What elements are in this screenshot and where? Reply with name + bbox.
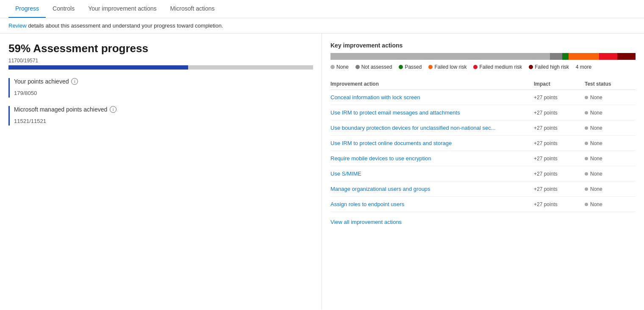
legend-label: Not assessed [361, 64, 392, 70]
bar-seg-none [330, 53, 550, 60]
table-row: Assign roles to endpoint users+27 points… [330, 197, 636, 212]
points-label: 11700/19571 [8, 58, 313, 64]
status-dot [585, 172, 588, 176]
key-title: Key improvement actions [330, 42, 636, 49]
status-dot [585, 187, 588, 191]
status-text: None [590, 156, 602, 162]
legend-label: Failed medium risk [479, 64, 522, 70]
bar-seg-failed-low-risk [569, 53, 599, 60]
legend-item-failed-low-risk: Failed low risk [428, 64, 466, 70]
tab-microsoft-actions[interactable]: Microsoft actions [164, 0, 222, 18]
action-impact-3: +27 points [534, 140, 585, 146]
table-row: Use S/MIME+27 pointsNone [330, 166, 636, 182]
left-panel: 59% Assessment progress 11700/19571 Your… [0, 34, 322, 310]
table-row: Use IRM to protect online documents and … [330, 136, 636, 151]
status-dot [585, 203, 588, 206]
subtitle-link[interactable]: Review [8, 22, 27, 29]
status-text: None [590, 95, 602, 101]
progress-bar-fill [8, 65, 188, 70]
view-all-link[interactable]: View all improvement actions [330, 219, 402, 225]
subtitle-text: details about this assessment and unders… [27, 22, 223, 29]
action-impact-7: +27 points [534, 201, 585, 207]
tab-controls[interactable]: Controls [46, 0, 81, 18]
legend-item-none: None [330, 64, 349, 70]
action-name-2[interactable]: Use boundary protection devices for uncl… [330, 125, 534, 131]
status-dot [585, 111, 588, 115]
legend-dot [355, 65, 360, 69]
action-status-6: None [585, 186, 636, 192]
table-row: Require mobile devices to use encryption… [330, 151, 636, 166]
status-text: None [590, 125, 602, 131]
right-panel: Key improvement actions NoneNot assessed… [322, 34, 644, 310]
col-action: Improvement action [330, 81, 534, 87]
action-status-1: None [585, 110, 636, 116]
action-status-7: None [585, 201, 636, 207]
status-text: None [590, 140, 602, 146]
ms-points-total: /11521 [29, 118, 46, 124]
assessment-title: 59% Assessment progress [8, 42, 313, 55]
legend-dot [330, 65, 335, 69]
action-impact-0: +27 points [534, 95, 585, 101]
status-dot [585, 96, 588, 99]
legend-dot [399, 65, 403, 69]
status-text: None [590, 110, 602, 116]
your-points-value: 179 [14, 90, 23, 96]
action-status-0: None [585, 95, 636, 101]
action-impact-2: +27 points [534, 125, 585, 131]
table-header: Improvement action Impact Test status [330, 78, 636, 90]
legend-label: 4 more [576, 64, 591, 70]
status-dot [585, 142, 588, 145]
action-name-1[interactable]: Use IRM to protect email messages and at… [330, 109, 534, 116]
view-all: View all improvement actions [330, 219, 636, 225]
action-impact-5: +27 points [534, 171, 585, 177]
action-status-3: None [585, 140, 636, 146]
table-row: Use boundary protection devices for uncl… [330, 120, 636, 136]
legend-item-not-assessed: Not assessed [355, 64, 392, 70]
table-row: Conceal information with lock screen+27 … [330, 90, 636, 105]
bar-seg-failed-medium-risk [599, 53, 617, 60]
table-row: Manage organizational users and groups+2… [330, 182, 636, 197]
ms-points-section: Microsoft managed points achieved i 1152… [8, 106, 313, 126]
action-status-4: None [585, 156, 636, 162]
legend-label: None [336, 64, 349, 70]
tab-improvement-actions[interactable]: Your improvement actions [81, 0, 163, 18]
stacked-bar [330, 53, 636, 60]
your-points-section: Your points achieved i 179/8050 [8, 78, 313, 98]
action-name-7[interactable]: Assign roles to endpoint users [330, 201, 534, 207]
legend-item-passed: Passed [399, 64, 422, 70]
your-points-total: /8050 [23, 90, 37, 96]
legend: NoneNot assessedPassedFailed low riskFai… [330, 64, 636, 70]
table-row: Use IRM to protect email messages and at… [330, 105, 636, 120]
table-body: Conceal information with lock screen+27 … [330, 90, 636, 212]
status-text: None [590, 201, 602, 207]
legend-dot [473, 65, 477, 69]
your-points-info-icon[interactable]: i [71, 78, 78, 85]
tab-progress[interactable]: Progress [8, 0, 46, 18]
your-points-title: Your points achieved [14, 78, 69, 85]
progress-bar-container [8, 65, 313, 70]
action-name-3[interactable]: Use IRM to protect online documents and … [330, 140, 534, 146]
status-dot [585, 126, 588, 130]
action-impact-4: +27 points [534, 156, 585, 162]
action-name-6[interactable]: Manage organizational users and groups [330, 186, 534, 192]
status-text: None [590, 186, 602, 192]
bar-seg-not-assessed [550, 53, 562, 60]
legend-label: Failed low risk [434, 64, 466, 70]
status-text: None [590, 171, 602, 177]
action-name-0[interactable]: Conceal information with lock screen [330, 94, 534, 101]
tab-bar: ProgressControlsYour improvement actions… [0, 0, 644, 18]
col-status: Test status [585, 81, 636, 87]
action-status-2: None [585, 125, 636, 131]
legend-item-4-more: 4 more [576, 64, 591, 70]
action-name-4[interactable]: Require mobile devices to use encryption [330, 155, 534, 162]
status-dot [585, 157, 588, 160]
legend-dot [428, 65, 433, 69]
ms-points-info-icon[interactable]: i [110, 106, 117, 113]
col-impact: Impact [534, 81, 585, 87]
legend-label: Failed high risk [535, 64, 569, 70]
subtitle: Review details about this assessment and… [0, 18, 644, 34]
action-status-5: None [585, 171, 636, 177]
action-name-5[interactable]: Use S/MIME [330, 170, 534, 177]
bar-seg-failed-high-risk [617, 53, 636, 60]
bar-seg-passed [562, 53, 568, 60]
